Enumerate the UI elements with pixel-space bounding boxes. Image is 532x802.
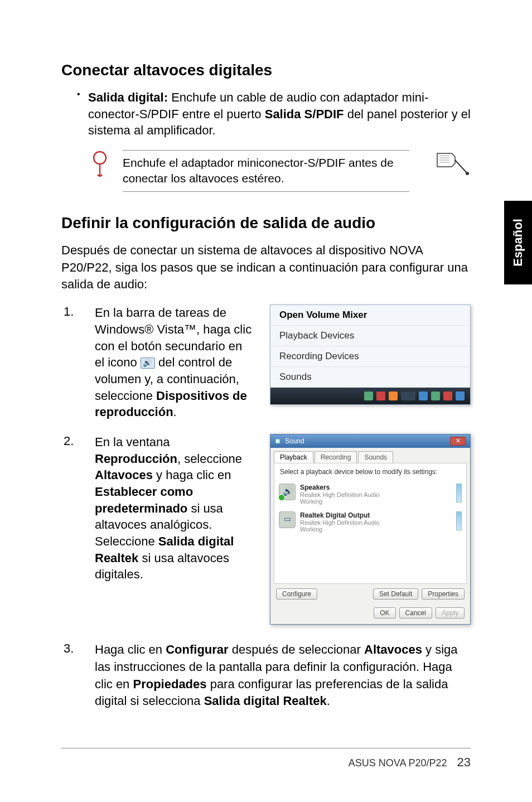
step-number: 1. bbox=[61, 305, 78, 421]
magnifier-icon bbox=[89, 150, 112, 178]
system-tray bbox=[270, 388, 470, 404]
dialog-titlebar: Sound ✕ bbox=[270, 434, 470, 448]
tab-recording[interactable]: Recording bbox=[315, 451, 357, 463]
section-title-connect: Conectar altavoces digitales bbox=[61, 61, 471, 79]
svg-point-0 bbox=[94, 152, 106, 164]
step-2: 2. En la ventana Reproducción, seleccion… bbox=[61, 434, 471, 625]
footer-rule bbox=[61, 748, 471, 748]
context-menu-screenshot: Open Volume Mixer Playback Devices Recor… bbox=[270, 305, 471, 421]
device-item-digital[interactable]: Realtek Digital Output Realtek High Defi… bbox=[277, 508, 464, 536]
svg-point-7 bbox=[466, 172, 469, 175]
step-3: 3. Haga clic en Configurar después de se… bbox=[61, 641, 471, 710]
step-2-text: En la ventana Reproducción, seleccione A… bbox=[95, 434, 253, 625]
device-name: Realtek Digital Output bbox=[300, 511, 379, 519]
sound-dialog: Sound ✕ Playback Recording Sounds Select… bbox=[270, 434, 471, 625]
device-driver: Realtek High Definition Audio bbox=[300, 519, 379, 526]
tray-icon[interactable] bbox=[376, 392, 385, 400]
close-button[interactable]: ✕ bbox=[450, 437, 466, 446]
svg-rect-8 bbox=[275, 439, 280, 443]
step-number: 3. bbox=[61, 641, 78, 710]
note-text: Enchufe el adaptador miniconector-S/PDIF… bbox=[123, 150, 409, 192]
device-name: Speakers bbox=[300, 484, 379, 491]
step-3-text: Haga clic en Configurar después de selec… bbox=[95, 641, 471, 710]
footer-product: ASUS NOVA P20/P22 bbox=[349, 757, 447, 769]
svg-line-6 bbox=[455, 160, 467, 173]
set-default-button[interactable]: Set Default bbox=[373, 588, 418, 600]
bullet-lead-bold: Salida digital: bbox=[88, 90, 168, 104]
device-status: Working bbox=[300, 498, 379, 505]
cancel-button[interactable]: Cancel bbox=[399, 607, 432, 619]
ok-button[interactable]: OK bbox=[374, 607, 395, 619]
device-item-speakers[interactable]: Speakers Realtek High Definition Audio W… bbox=[277, 480, 464, 508]
speaker-icon bbox=[279, 484, 296, 500]
language-tab-label: Español bbox=[511, 219, 525, 267]
device-driver: Realtek High Definition Audio bbox=[300, 491, 379, 498]
device-status: Working bbox=[300, 526, 379, 533]
tray-icon[interactable] bbox=[389, 392, 398, 400]
tray-icon[interactable] bbox=[401, 392, 415, 400]
dialog-tabs: Playback Recording Sounds bbox=[270, 448, 470, 463]
tray-icon[interactable] bbox=[419, 392, 428, 400]
bullet-digital-output: • Salida digital: Enchufe un cable de au… bbox=[61, 89, 471, 139]
dialog-bottom-row: OK Cancel Apply bbox=[270, 604, 470, 624]
digital-output-icon bbox=[279, 511, 296, 528]
language-tab: Español bbox=[504, 201, 532, 284]
tray-volume-icon[interactable] bbox=[456, 392, 465, 400]
bullet-dot: • bbox=[77, 89, 88, 139]
context-menu: Open Volume Mixer Playback Devices Recor… bbox=[270, 305, 471, 405]
dialog-button-row: Configure Set Default Properties bbox=[270, 584, 470, 604]
sound-dialog-screenshot: Sound ✕ Playback Recording Sounds Select… bbox=[270, 434, 471, 625]
properties-button[interactable]: Properties bbox=[422, 588, 465, 600]
step-1-text: En la barra de tareas de Windows® Vista™… bbox=[95, 305, 253, 421]
tray-icon[interactable] bbox=[443, 392, 452, 400]
level-meter bbox=[456, 484, 462, 503]
menu-item-recording[interactable]: Recording Devices bbox=[270, 346, 470, 367]
step-1: 1. En la barra de tareas de Windows® Vis… bbox=[61, 305, 471, 421]
tray-icon[interactable] bbox=[364, 392, 373, 400]
tab-sounds[interactable]: Sounds bbox=[358, 451, 393, 463]
configure-button[interactable]: Configure bbox=[276, 588, 317, 600]
bullet-text: Salida digital: Enchufe un cable de audi… bbox=[88, 89, 471, 139]
level-meter bbox=[456, 511, 462, 530]
menu-item-open-mixer[interactable]: Open Volume Mixer bbox=[270, 305, 470, 326]
sound-titlebar-icon bbox=[275, 437, 283, 445]
default-check-icon bbox=[278, 494, 285, 501]
footer-page-number: 23 bbox=[457, 755, 471, 770]
menu-item-playback[interactable]: Playback Devices bbox=[270, 326, 470, 346]
device-list: Speakers Realtek High Definition Audio W… bbox=[274, 478, 467, 584]
bullet-mid-bold: Salida S/PDIF bbox=[265, 107, 344, 121]
step-number: 2. bbox=[61, 434, 78, 625]
note-box: Enchufe el adaptador miniconector-S/PDIF… bbox=[89, 150, 471, 192]
section-title-define: Definir la configuración de salida de au… bbox=[61, 214, 471, 232]
apply-button[interactable]: Apply bbox=[436, 607, 465, 619]
page-footer: ASUS NOVA P20/P22 23 bbox=[349, 755, 471, 770]
dialog-instruction: Select a playback device below to modify… bbox=[274, 463, 467, 478]
menu-item-sounds[interactable]: Sounds bbox=[270, 367, 470, 388]
intro-paragraph: Después de conectar un sistema de altavo… bbox=[61, 242, 471, 293]
tab-playback[interactable]: Playback bbox=[274, 451, 313, 463]
volume-icon bbox=[141, 357, 155, 369]
tray-icon[interactable] bbox=[431, 392, 440, 400]
dialog-title: Sound bbox=[285, 437, 304, 445]
spdif-adapter-icon bbox=[432, 150, 471, 178]
